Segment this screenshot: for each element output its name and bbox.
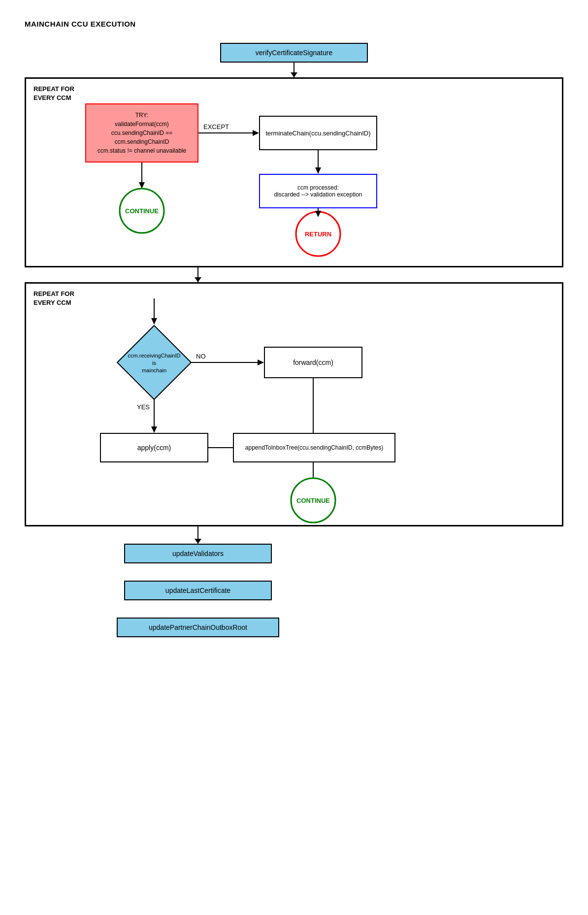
repeat-label-2: REPEAT FOREVERY CCM	[33, 290, 74, 307]
append-box: appendToInboxTree(ccu.sendingChainID, cc…	[233, 433, 395, 462]
arrow-verify-to-repeat1	[294, 63, 294, 77]
discarded-box: ccm processed:discarded --> validation e…	[259, 174, 377, 208]
update-last-cert-box: updateLastCertificate	[124, 581, 272, 600]
svg-marker-14	[151, 318, 157, 325]
svg-text:CONTINUE: CONTINUE	[296, 497, 330, 504]
verify-box: verifyCertificateSignature	[220, 43, 368, 63]
forward-box: forward(ccm)	[264, 347, 362, 378]
svg-marker-6	[139, 182, 145, 189]
repeat2-svg: ccm.receivingChainID is mainchain NO for…	[41, 294, 547, 510]
repeat-block-2: REPEAT FOREVERY CCM ccm.receivingChainID…	[25, 282, 563, 526]
arrow-repeat1-to-repeat2	[197, 267, 198, 282]
diagram: verifyCertificateSignature REPEAT FOREVE…	[25, 43, 563, 637]
svg-text:YES: YES	[137, 403, 150, 411]
update-partner-box: updatePartnerChainOutboxRoot	[117, 618, 279, 637]
svg-marker-1	[253, 130, 259, 136]
repeat-label-1: REPEAT FOREVERY CCM	[33, 85, 74, 102]
svg-text:is: is	[152, 360, 156, 366]
page-title: MAINCHAIN CCU EXECUTION	[25, 20, 563, 28]
svg-text:NO: NO	[196, 353, 206, 360]
repeat1-svg: TRY: validateFormat(ccm) ccu.sendingChai…	[41, 89, 547, 246]
svg-text:mainchain: mainchain	[142, 367, 166, 373]
try-box: TRY: validateFormat(ccm) ccu.sendingChai…	[85, 103, 198, 163]
svg-text:CONTINUE: CONTINUE	[125, 207, 159, 215]
apply-box: apply(ccm)	[100, 433, 208, 462]
update-validators-box: updateValidators	[124, 544, 272, 563]
svg-marker-24	[151, 426, 157, 433]
terminate-box: terminateChain(ccu.sendingChainID)	[259, 116, 377, 150]
svg-text:RETURN: RETURN	[305, 230, 331, 238]
repeat-block-1: REPEAT FOREVERY CCM TRY: validateFormat(…	[25, 77, 563, 267]
svg-marker-4	[315, 167, 321, 174]
arrow-repeat2-to-update	[197, 526, 198, 544]
svg-text:ccm.receivingChainID: ccm.receivingChainID	[128, 353, 181, 359]
svg-marker-20	[258, 359, 264, 365]
svg-text:EXCEPT: EXCEPT	[203, 123, 229, 131]
